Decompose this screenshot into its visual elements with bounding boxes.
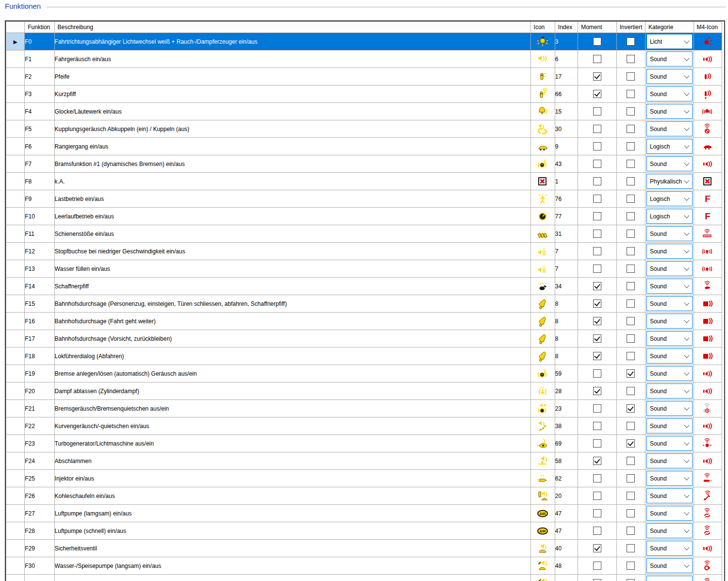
moment-checkbox[interactable] (593, 369, 601, 378)
beschreibung-cell[interactable]: Bremsgeräusch/Bremsenquietschen aus/ein (54, 400, 530, 417)
moment-checkbox[interactable] (593, 195, 601, 203)
column-header-rowselector[interactable] (6, 22, 25, 33)
kategorie-select[interactable]: Sound (646, 331, 693, 346)
row-selector[interactable] (6, 278, 25, 295)
moment-checkbox[interactable] (593, 125, 601, 133)
invertiert-checkbox[interactable] (627, 527, 635, 535)
funktion-cell[interactable]: F1 (25, 50, 54, 68)
moment-checkbox[interactable] (593, 247, 601, 255)
moment-checkbox[interactable] (593, 265, 601, 273)
index-cell[interactable]: 17 (555, 68, 578, 85)
row-selector[interactable] (6, 540, 25, 557)
moment-checkbox[interactable] (593, 422, 601, 430)
row-selector[interactable] (6, 208, 25, 225)
funktion-cell[interactable]: F22 (25, 417, 54, 435)
index-cell[interactable]: 8 (555, 330, 578, 348)
funktion-cell[interactable]: F10 (25, 208, 54, 225)
invertiert-checkbox[interactable] (627, 247, 635, 255)
funktion-cell[interactable]: F21 (25, 400, 54, 417)
moment-checkbox[interactable] (593, 527, 601, 535)
beschreibung-cell[interactable]: Lokführerdialog (Abfahren) (54, 348, 530, 365)
moment-checkbox[interactable] (593, 474, 601, 482)
beschreibung-cell[interactable]: Kupplungsgeräusch Abkuppeln (ein) / Kupp… (54, 120, 530, 138)
beschreibung-cell[interactable]: Wasser-/Speisepumpe (schnell) ein/aus (54, 575, 530, 581)
invertiert-checkbox[interactable] (627, 352, 635, 360)
moment-checkbox[interactable] (593, 90, 601, 98)
funktion-cell[interactable]: F23 (25, 435, 54, 452)
invertiert-checkbox[interactable] (627, 160, 635, 168)
beschreibung-cell[interactable]: Dampf ablassen (Zylinderdampf) (54, 382, 530, 400)
beschreibung-cell[interactable]: Glocke/Läutewerk ein/aus (54, 103, 530, 120)
column-header-kategorie[interactable]: Kategorie (645, 22, 694, 33)
invertiert-checkbox[interactable] (627, 125, 635, 133)
index-cell[interactable]: 31 (555, 225, 578, 243)
invertiert-checkbox[interactable] (627, 107, 635, 116)
index-cell[interactable]: 38 (555, 417, 578, 435)
kategorie-select[interactable]: Logisch (646, 139, 693, 154)
row-selector[interactable] (6, 50, 25, 68)
kategorie-select[interactable]: Sound (646, 488, 693, 503)
funktion-cell[interactable]: F19 (25, 365, 54, 382)
beschreibung-cell[interactable]: Bramsfunktion #1 (dynamisches Bremsen) e… (54, 155, 530, 173)
beschreibung-cell[interactable]: Bahnhofsdurchsage (Personenzug, einsteig… (54, 295, 530, 313)
kategorie-select[interactable]: Licht (646, 34, 693, 49)
funktion-cell[interactable]: F3 (25, 85, 54, 103)
funktion-cell[interactable]: F9 (25, 190, 54, 208)
row-selector[interactable] (6, 522, 25, 540)
row-selector[interactable] (6, 103, 25, 120)
invertiert-checkbox[interactable] (627, 579, 635, 581)
kategorie-select[interactable]: Sound (646, 383, 693, 398)
row-selector[interactable] (6, 330, 25, 348)
moment-checkbox[interactable] (593, 177, 601, 185)
column-header-index[interactable]: Index (555, 22, 578, 33)
index-cell[interactable]: 58 (555, 452, 578, 470)
kategorie-select[interactable]: Sound (646, 436, 693, 451)
index-cell[interactable]: 76 (555, 190, 578, 208)
row-selector[interactable]: ▶ (6, 33, 25, 50)
funktion-cell[interactable]: F29 (25, 540, 54, 557)
funktion-cell[interactable]: F30 (25, 557, 54, 575)
invertiert-checkbox[interactable] (627, 404, 635, 413)
funktion-cell[interactable]: F12 (25, 243, 54, 260)
beschreibung-cell[interactable]: Turbogenerator/Lichtmaschine aus/ein (54, 435, 530, 452)
moment-checkbox[interactable] (593, 544, 601, 552)
beschreibung-cell[interactable]: Bremse anlegen/lösen (automatisch) Geräu… (54, 365, 530, 382)
row-selector[interactable] (6, 313, 25, 330)
row-selector[interactable] (6, 452, 25, 470)
index-cell[interactable]: 7 (555, 243, 578, 260)
beschreibung-cell[interactable]: Luftpumpe (schnell) ein/aus (54, 522, 530, 540)
invertiert-checkbox[interactable] (627, 509, 635, 517)
funktion-cell[interactable]: F15 (25, 295, 54, 313)
funktion-cell[interactable]: F4 (25, 103, 54, 120)
kategorie-select[interactable]: Sound (646, 523, 693, 538)
row-selector[interactable] (6, 470, 25, 487)
invertiert-checkbox[interactable] (627, 317, 635, 325)
index-cell[interactable]: 9 (555, 138, 578, 155)
row-selector[interactable] (6, 260, 25, 278)
funktion-cell[interactable]: F0 (25, 33, 54, 50)
index-cell[interactable]: 69 (555, 435, 578, 452)
row-selector[interactable] (6, 68, 25, 85)
kategorie-select[interactable]: Sound (646, 418, 693, 433)
index-cell[interactable]: 23 (555, 400, 578, 417)
column-header-moment[interactable]: Moment (578, 22, 616, 33)
moment-checkbox[interactable] (593, 509, 601, 517)
invertiert-checkbox[interactable] (627, 142, 635, 150)
moment-checkbox[interactable] (593, 160, 601, 168)
funktion-cell[interactable]: F11 (25, 225, 54, 243)
beschreibung-cell[interactable]: Bahnhofsdurchsage (Fahrt geht weiter) (54, 313, 530, 330)
kategorie-select[interactable]: Sound (646, 69, 693, 84)
moment-checkbox[interactable] (593, 579, 601, 581)
funktion-cell[interactable]: F28 (25, 522, 54, 540)
invertiert-checkbox[interactable] (627, 299, 635, 308)
index-cell[interactable]: 48 (555, 575, 578, 581)
funktion-cell[interactable]: F26 (25, 487, 54, 505)
moment-checkbox[interactable] (593, 439, 601, 448)
index-cell[interactable]: 7 (555, 260, 578, 278)
row-selector[interactable] (6, 348, 25, 365)
kategorie-select[interactable]: Sound (646, 314, 693, 329)
beschreibung-cell[interactable]: k.A. (54, 173, 530, 190)
kategorie-select[interactable]: Logisch (646, 191, 693, 206)
beschreibung-cell[interactable]: Fahrgeräusch ein/aus (54, 50, 530, 68)
moment-checkbox[interactable] (593, 55, 601, 63)
